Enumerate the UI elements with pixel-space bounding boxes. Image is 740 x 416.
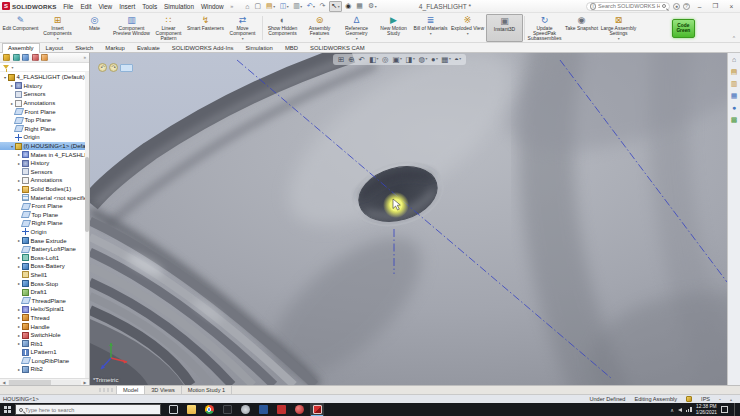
- command-tab[interactable]: Assembly: [2, 43, 40, 53]
- start-button[interactable]: [0, 403, 15, 416]
- restore-button[interactable]: ❐: [709, 2, 722, 10]
- taskbar-search-box[interactable]: [15, 404, 161, 415]
- red-app-icon[interactable]: [274, 403, 288, 416]
- exploded-view-button[interactable]: ※ Exploded View ▾: [449, 14, 486, 42]
- feature-tree-item[interactable]: ▾ (f) HOUSING<1> (Default): [0, 142, 89, 151]
- reference-geometry-button[interactable]: ∆ Reference Geometry ▾: [338, 14, 375, 42]
- pin-menu-icon[interactable]: »: [227, 3, 236, 9]
- menu-item[interactable]: Simulation: [161, 2, 198, 11]
- feature-tree-item[interactable]: Sensors: [0, 168, 89, 177]
- custom-properties-icon[interactable]: ▩: [731, 116, 738, 124]
- taskbar-clock[interactable]: 12:38 PM 1/26/2021: [696, 404, 717, 415]
- mate-button[interactable]: ◎ Mate: [76, 14, 113, 42]
- hide-show-items-icon[interactable]: ◍ ▾: [418, 55, 427, 64]
- document-tab[interactable]: Model: [116, 386, 145, 394]
- feature-tree-item[interactable]: Sensors: [0, 90, 89, 99]
- move-component-button[interactable]: ⇄ Move Component ▾: [224, 14, 261, 42]
- options-icon[interactable]: ⚙ ▾: [367, 1, 378, 12]
- view-back-button[interactable]: ↶: [98, 63, 107, 72]
- command-tab[interactable]: Markup: [99, 43, 131, 52]
- feature-tree-item[interactable]: ▸ Mates in 4_FLASHLIGHT: [0, 150, 89, 159]
- feature-tree-item[interactable]: LPattern1: [0, 348, 89, 357]
- feature-tree-item[interactable]: ▸ Solid Bodies(1): [0, 185, 89, 194]
- command-tab[interactable]: Layout: [40, 43, 70, 52]
- command-tab[interactable]: MBD: [279, 43, 304, 52]
- propertymanager-tab-icon[interactable]: [13, 54, 20, 61]
- show-desktop-button[interactable]: [734, 403, 738, 416]
- scrollbar-track[interactable]: [8, 380, 81, 385]
- units-selector[interactable]: IPS: [701, 396, 710, 402]
- gray-app-icon[interactable]: [238, 403, 252, 416]
- feature-tree-item[interactable]: ▸ Helix/Spiral1: [0, 305, 89, 314]
- command-tab[interactable]: Simulation: [239, 43, 279, 52]
- scrollbar-thumb[interactable]: [85, 157, 89, 232]
- feature-tree-item[interactable]: BatteryLoftPlane: [0, 245, 89, 254]
- feature-tree-item[interactable]: ▾ 4_FLASHLIGHT (Default) <Disp: [0, 73, 89, 82]
- dimxpertmanager-tab-icon[interactable]: [32, 54, 39, 61]
- edit-component-button[interactable]: ✎ Edit Component: [2, 14, 39, 42]
- feature-tree-item[interactable]: Front Plane: [0, 202, 89, 211]
- solidworks-app-icon[interactable]: [310, 403, 324, 416]
- chrome-icon[interactable]: [202, 403, 216, 416]
- hidden-icons-caret[interactable]: ∧: [670, 407, 674, 413]
- design-library-icon[interactable]: ▤: [731, 68, 738, 76]
- menu-item[interactable]: View: [95, 2, 116, 11]
- 3d-model-scene[interactable]: [90, 53, 727, 385]
- help-search-input[interactable]: [598, 3, 660, 9]
- section-view-icon[interactable]: ◧ ▾: [369, 55, 379, 64]
- search-icon[interactable]: [662, 4, 666, 8]
- featuremanager-tab-icon[interactable]: [3, 54, 10, 61]
- scrollbar-thumb[interactable]: [9, 380, 51, 385]
- new-motion-study-button[interactable]: ▶ New Motion Study: [375, 14, 412, 42]
- feature-tree-item[interactable]: Top Plane: [0, 211, 89, 220]
- configurationmanager-tab-icon[interactable]: [22, 54, 29, 61]
- update-speedpak-button[interactable]: ↻ Update SpeedPak Subassemblies: [526, 14, 563, 42]
- menu-item[interactable]: Window: [197, 2, 227, 11]
- feature-tree-item[interactable]: ▸ Handle: [0, 322, 89, 331]
- feature-tree-item[interactable]: ThreadPlane: [0, 296, 89, 305]
- feature-tree-item[interactable]: ▸ Annotations: [0, 99, 89, 108]
- feature-tree-item[interactable]: Shell1: [0, 271, 89, 280]
- view-settings-icon[interactable]: ◓ ▾: [454, 55, 461, 64]
- appearances-icon[interactable]: ●: [732, 104, 736, 112]
- rebuild-icon[interactable]: ◉: [344, 1, 353, 12]
- red-round-app-icon[interactable]: [292, 403, 306, 416]
- feature-tree-item[interactable]: Right Plane: [0, 219, 89, 228]
- feature-tree-item[interactable]: ▸ Boss-Loft1: [0, 253, 89, 262]
- scroll-left-icon[interactable]: ◀: [0, 380, 8, 385]
- select-icon[interactable]: ↖ ▾: [329, 1, 341, 12]
- undo-icon[interactable]: ↶ ▾: [306, 1, 316, 12]
- zoom-to-fit-icon[interactable]: ⊞: [338, 55, 345, 64]
- take-snapshot-button[interactable]: ◉ Take Snapshot: [563, 14, 600, 42]
- component-preview-window-button[interactable]: ▥ Component Preview Window: [113, 14, 150, 42]
- code-green-macro-button[interactable]: Code Green: [672, 19, 695, 38]
- print-icon[interactable]: ▥ ▾: [292, 1, 303, 12]
- open-document-icon[interactable]: ▤ ▾: [265, 1, 276, 12]
- feature-tree-item[interactable]: Material <not specified>: [0, 193, 89, 202]
- linear-component-pattern-button[interactable]: ∷ Linear Component Pattern ▾: [150, 14, 187, 42]
- document-tab[interactable]: Motion Study 1: [182, 386, 232, 394]
- panel-tabs-overflow-icon[interactable]: »: [83, 55, 86, 60]
- feature-tree-item[interactable]: ▸ Annotations: [0, 176, 89, 185]
- network-icon[interactable]: [686, 407, 692, 412]
- dynamic-annotation-views-icon[interactable]: ◎: [382, 55, 389, 64]
- file-explorer-icon[interactable]: [184, 403, 198, 416]
- feature-tree-item[interactable]: ▸ Rib2: [0, 365, 89, 374]
- command-tab[interactable]: SOLIDWORKS CAM: [304, 43, 371, 52]
- blue-app-icon[interactable]: [256, 403, 270, 416]
- large-assembly-settings-button[interactable]: ⊠ Large Assembly Settings ▾: [600, 14, 637, 42]
- command-tab[interactable]: Sketch: [69, 43, 99, 52]
- taskbar-search-input[interactable]: [25, 407, 157, 413]
- menu-item[interactable]: Insert: [116, 2, 139, 11]
- login-icon[interactable]: ●: [673, 3, 680, 10]
- feature-tree-item[interactable]: Draft1: [0, 288, 89, 297]
- assembly-features-button[interactable]: ⊚ Assembly Features ▾: [301, 14, 338, 42]
- zoom-to-area-icon[interactable]: ⊕: [348, 55, 355, 64]
- menu-item[interactable]: Edit: [77, 2, 95, 11]
- ribbon-collapse-icon[interactable]: ^: [730, 35, 738, 42]
- feature-tree-item[interactable]: Front Plane: [0, 107, 89, 116]
- instant3d-button[interactable]: ▣ Instant3D: [486, 14, 523, 42]
- file-explorer-icon[interactable]: ▥: [731, 80, 738, 88]
- menu-item[interactable]: File: [60, 2, 77, 11]
- feature-tree-item[interactable]: ▸ Thread: [0, 314, 89, 323]
